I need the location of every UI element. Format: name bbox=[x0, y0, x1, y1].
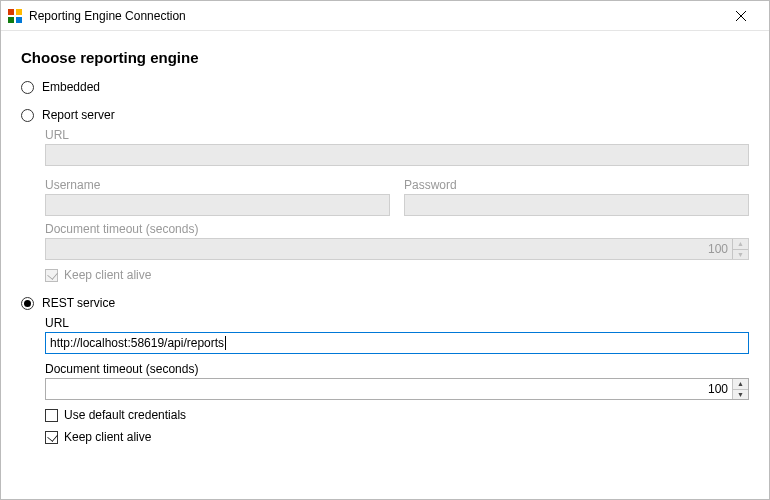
report-server-keep-alive-label: Keep client alive bbox=[64, 268, 151, 282]
report-server-url-input[interactable] bbox=[45, 144, 749, 166]
report-server-url-label: URL bbox=[45, 128, 749, 142]
option-embedded[interactable]: Embedded bbox=[21, 80, 749, 94]
text-caret bbox=[225, 336, 226, 350]
option-report-server-label: Report server bbox=[42, 108, 115, 122]
rest-default-credentials-checkbox[interactable] bbox=[45, 409, 58, 422]
option-report-server[interactable]: Report server bbox=[21, 108, 749, 122]
report-server-keep-alive-row[interactable]: Keep client alive bbox=[45, 268, 749, 282]
option-rest-service-label: REST service bbox=[42, 296, 115, 310]
close-icon bbox=[736, 11, 746, 21]
option-rest-service[interactable]: REST service bbox=[21, 296, 749, 310]
report-server-password-label: Password bbox=[404, 178, 749, 192]
rest-timeout-down[interactable]: ▼ bbox=[733, 389, 748, 400]
svg-rect-1 bbox=[16, 9, 22, 15]
window-title: Reporting Engine Connection bbox=[29, 9, 721, 23]
option-report-server-block: Report server URL Username Password Docu… bbox=[21, 108, 749, 282]
report-server-keep-alive-checkbox[interactable] bbox=[45, 269, 58, 282]
rest-default-credentials-label: Use default credentials bbox=[64, 408, 186, 422]
report-server-timeout-label: Document timeout (seconds) bbox=[45, 222, 749, 236]
radio-embedded[interactable] bbox=[21, 81, 34, 94]
rest-url-label: URL bbox=[45, 316, 749, 330]
rest-url-input[interactable]: http://localhost:58619/api/reports bbox=[45, 332, 749, 354]
app-icon bbox=[7, 8, 23, 24]
option-embedded-label: Embedded bbox=[42, 80, 100, 94]
rest-keep-alive-row[interactable]: Keep client alive bbox=[45, 430, 749, 444]
rest-timeout-up[interactable]: ▲ bbox=[733, 379, 748, 389]
svg-rect-2 bbox=[8, 17, 14, 23]
rest-default-credentials-row[interactable]: Use default credentials bbox=[45, 408, 749, 422]
radio-report-server[interactable] bbox=[21, 109, 34, 122]
radio-rest-service[interactable] bbox=[21, 297, 34, 310]
report-server-timeout-value: 100 bbox=[46, 239, 732, 259]
report-server-username-label: Username bbox=[45, 178, 390, 192]
rest-timeout-value: 100 bbox=[46, 379, 732, 399]
rest-keep-alive-checkbox[interactable] bbox=[45, 431, 58, 444]
report-server-timeout-down[interactable]: ▼ bbox=[733, 249, 748, 260]
rest-timeout-label: Document timeout (seconds) bbox=[45, 362, 749, 376]
rest-url-value: http://localhost:58619/api/reports bbox=[50, 336, 224, 350]
svg-rect-0 bbox=[8, 9, 14, 15]
rest-timeout-spinner[interactable]: 100 ▲ ▼ bbox=[45, 378, 749, 400]
page-heading: Choose reporting engine bbox=[21, 49, 749, 66]
dialog-content: Choose reporting engine Embedded Report … bbox=[1, 31, 769, 468]
option-rest-service-block: REST service URL http://localhost:58619/… bbox=[21, 296, 749, 444]
report-server-timeout-spinner[interactable]: 100 ▲ ▼ bbox=[45, 238, 749, 260]
option-embedded-block: Embedded bbox=[21, 80, 749, 94]
report-server-username-input[interactable] bbox=[45, 194, 390, 216]
svg-rect-3 bbox=[16, 17, 22, 23]
report-server-timeout-up[interactable]: ▲ bbox=[733, 239, 748, 249]
title-bar: Reporting Engine Connection bbox=[1, 1, 769, 31]
window-close-button[interactable] bbox=[721, 2, 761, 30]
report-server-password-input[interactable] bbox=[404, 194, 749, 216]
rest-keep-alive-label: Keep client alive bbox=[64, 430, 151, 444]
